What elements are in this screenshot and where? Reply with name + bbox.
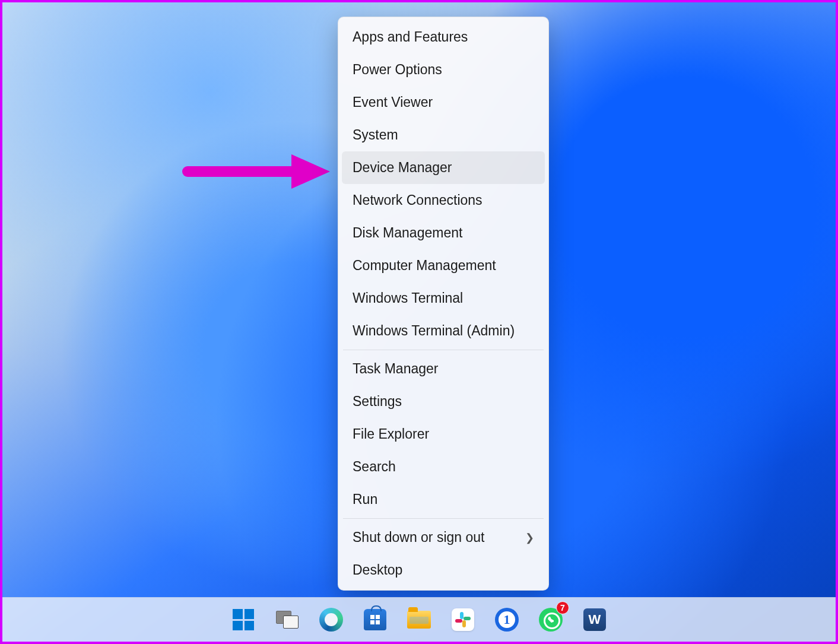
whatsapp-app[interactable]: 7 <box>536 605 566 635</box>
taskbar: 1 7 W <box>2 597 836 642</box>
menu-item-task-manager[interactable]: Task Manager <box>342 353 545 385</box>
microsoft-store-app[interactable] <box>360 605 390 635</box>
menu-item-desktop[interactable]: Desktop <box>342 554 545 586</box>
menu-item-label: Run <box>353 491 377 507</box>
menu-item-label: Desktop <box>353 562 402 578</box>
menu-separator <box>343 350 544 350</box>
slack-icon <box>452 608 474 631</box>
menu-item-label: Windows Terminal (Admin) <box>353 323 515 339</box>
menu-item-windows-terminal[interactable]: Windows Terminal <box>342 282 545 315</box>
menu-item-apps-and-features[interactable]: Apps and Features <box>342 21 545 53</box>
onepassword-app[interactable]: 1 <box>492 605 522 635</box>
menu-item-label: Event Viewer <box>353 94 433 110</box>
task-view-icon <box>276 611 299 629</box>
menu-item-power-options[interactable]: Power Options <box>342 53 545 86</box>
menu-item-device-manager[interactable]: Device Manager <box>342 151 545 184</box>
menu-separator <box>343 518 544 519</box>
menu-item-label: Search <box>353 459 396 475</box>
windows-icon <box>233 609 254 630</box>
menu-item-label: System <box>353 127 398 143</box>
start-button[interactable] <box>228 605 258 635</box>
menu-item-disk-management[interactable]: Disk Management <box>342 217 545 249</box>
folder-icon <box>407 611 431 629</box>
file-explorer-app[interactable] <box>404 605 434 635</box>
menu-item-system[interactable]: System <box>342 119 545 151</box>
notification-badge: 7 <box>556 601 569 614</box>
onepassword-glyph: 1 <box>499 611 515 628</box>
menu-item-search[interactable]: Search <box>342 451 545 483</box>
menu-item-label: Disk Management <box>353 225 462 241</box>
menu-item-shut-down-or-sign-out[interactable]: Shut down or sign out ❯ <box>342 521 545 554</box>
winx-context-menu: Apps and Features Power Options Event Vi… <box>338 17 549 591</box>
word-app[interactable]: W <box>580 605 610 635</box>
store-icon <box>364 609 386 630</box>
menu-item-label: Windows Terminal <box>353 290 463 306</box>
word-icon: W <box>583 608 606 631</box>
slack-app[interactable] <box>448 605 478 635</box>
menu-item-windows-terminal-admin[interactable]: Windows Terminal (Admin) <box>342 315 545 347</box>
menu-item-label: Device Manager <box>353 160 452 176</box>
menu-item-network-connections[interactable]: Network Connections <box>342 184 545 217</box>
menu-item-label: Network Connections <box>353 192 483 208</box>
menu-item-label: Apps and Features <box>353 29 468 45</box>
edge-app[interactable] <box>316 605 346 635</box>
edge-icon <box>319 608 343 632</box>
menu-item-computer-management[interactable]: Computer Management <box>342 249 545 282</box>
chevron-right-icon: ❯ <box>525 531 534 544</box>
menu-item-label: Settings <box>353 394 402 410</box>
menu-item-run[interactable]: Run <box>342 483 545 516</box>
menu-item-event-viewer[interactable]: Event Viewer <box>342 86 545 119</box>
menu-item-label: File Explorer <box>353 426 429 442</box>
menu-item-settings[interactable]: Settings <box>342 385 545 418</box>
menu-item-label: Shut down or sign out <box>353 529 484 545</box>
menu-item-label: Computer Management <box>353 258 496 274</box>
menu-item-file-explorer[interactable]: File Explorer <box>342 418 545 451</box>
onepassword-icon: 1 <box>495 608 519 632</box>
menu-item-label: Power Options <box>353 62 442 78</box>
task-view-button[interactable] <box>272 605 302 635</box>
menu-item-label: Task Manager <box>353 361 438 377</box>
